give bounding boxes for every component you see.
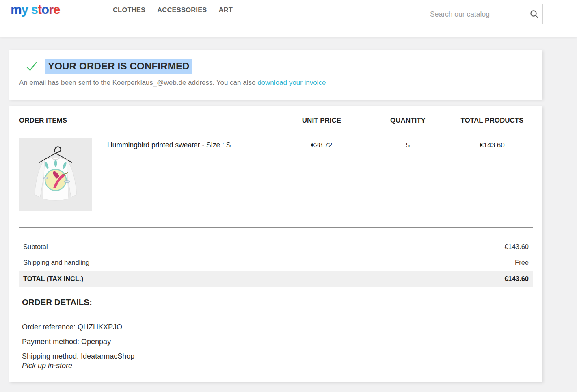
product-name: Hummingbird printed sweater - Size : S [107, 138, 231, 149]
order-details-heading: ORDER DETAILS: [22, 297, 533, 307]
search-icon[interactable] [526, 9, 542, 19]
nav-item-art[interactable]: ART [219, 6, 233, 14]
shipping-row: Shipping and handling Free [19, 255, 533, 271]
search-box [423, 4, 543, 24]
shipping-value: Free [515, 259, 529, 266]
shipping-note: Pick up in-store [22, 362, 533, 370]
main-nav: CLOTHES ACCESSORIES ART [113, 6, 233, 14]
col-header-items: ORDER ITEMS [19, 117, 279, 125]
totals-divider [19, 227, 533, 228]
col-header-total-products: TOTAL PRODUCTS [452, 117, 533, 125]
order-summary-card: ORDER ITEMS UNIT PRICE QUANTITY TOTAL PR… [9, 106, 542, 382]
nav-item-accessories[interactable]: ACCESSORIES [157, 6, 207, 14]
download-invoice-link[interactable]: download your invoice [257, 79, 326, 87]
col-header-unit-price: UNIT PRICE [279, 117, 364, 125]
nav-item-clothes[interactable]: CLOTHES [113, 6, 145, 14]
page-title: YOUR ORDER IS CONFIRMED [45, 59, 192, 74]
shipping-method-line: Shipping method: IdeatarmacShop [22, 352, 533, 361]
order-confirmation-page: my store CLOTHES ACCESSORIES ART YOUR [0, 0, 577, 392]
confirmation-card: YOUR ORDER IS CONFIRMED An email has bee… [9, 50, 542, 100]
product-unit-price: €28.72 [279, 138, 364, 211]
subtotal-row: Subtotal €143.60 [19, 239, 533, 255]
product-image[interactable] [19, 138, 92, 211]
confirmation-message: An email has been sent to the Koerperkla… [19, 79, 533, 87]
table-row: Hummingbird printed sweater - Size : S €… [19, 138, 533, 211]
totals-section: Subtotal €143.60 Shipping and handling F… [19, 239, 533, 287]
grand-total-label: TOTAL (TAX INCL.) [23, 275, 83, 283]
order-table-header: ORDER ITEMS UNIT PRICE QUANTITY TOTAL PR… [19, 117, 533, 125]
subtotal-label: Subtotal [23, 243, 48, 251]
search-input[interactable] [423, 4, 526, 24]
shipping-label: Shipping and handling [23, 259, 89, 266]
check-icon [26, 61, 37, 72]
product-total: €143.60 [452, 138, 533, 211]
confirmation-message-text: An email has been sent to the Koerperkla… [19, 79, 257, 87]
store-logo[interactable]: my store [11, 2, 60, 17]
product-quantity: 5 [364, 138, 452, 211]
site-header: my store CLOTHES ACCESSORIES ART [0, 0, 577, 37]
confirmation-header: YOUR ORDER IS CONFIRMED [19, 59, 533, 74]
product-cell: Hummingbird printed sweater - Size : S [19, 138, 279, 211]
grand-total-row: TOTAL (TAX INCL.) €143.60 [19, 271, 533, 287]
order-reference-line: Order reference: QHZHKXPJO [22, 323, 533, 331]
subtotal-value: €143.60 [504, 243, 529, 251]
payment-method-line: Payment method: Openpay [22, 338, 533, 346]
grand-total-value: €143.60 [504, 275, 529, 283]
col-header-quantity: QUANTITY [364, 117, 452, 125]
